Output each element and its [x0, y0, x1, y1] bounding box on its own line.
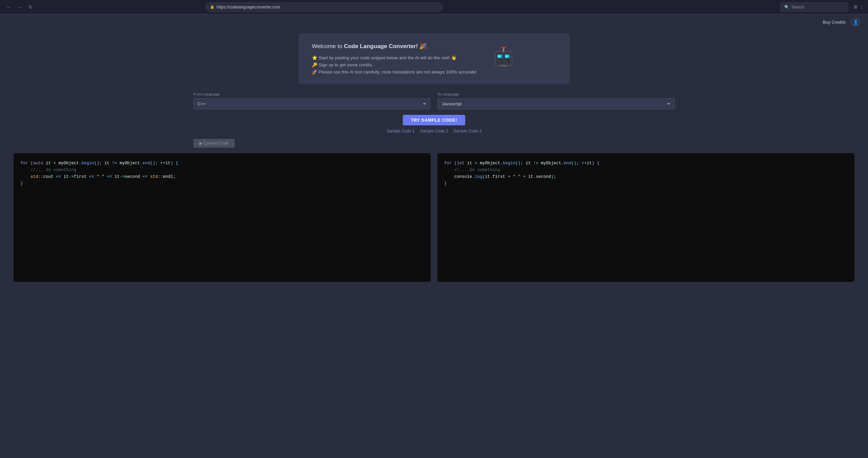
sample-code-2-link[interactable]: Sample Code 2	[420, 129, 448, 133]
svg-rect-2	[501, 47, 506, 48]
browser-icons: ⊞ ⋮	[854, 4, 864, 9]
sample-code-3-link[interactable]: Sample Code 3	[453, 129, 481, 133]
welcome-title: Welcome to Code Language Converter! 🎉	[312, 43, 476, 50]
right-line-4: }	[444, 180, 848, 187]
right-line-2: //... do something	[444, 167, 848, 173]
welcome-text: Welcome to Code Language Converter! 🎉 ⭐ …	[312, 43, 476, 75]
forward-button[interactable]: →	[15, 2, 24, 12]
from-language-group: From Language C++ Python Java JavaScript…	[193, 92, 431, 109]
try-sample-button[interactable]: TRY SAMPLE CODE!	[403, 115, 466, 125]
svg-rect-6	[506, 55, 508, 57]
menu-icon[interactable]: ⋮	[860, 4, 864, 9]
sample-code-1-link[interactable]: Sample Code 1	[387, 129, 415, 133]
bullet-1: ⭐ Start by pasting your code snippet bel…	[312, 55, 476, 60]
buy-credits-link[interactable]: Buy Credits	[823, 20, 846, 25]
language-selectors: From Language C++ Python Java JavaScript…	[193, 92, 675, 109]
svg-rect-9	[501, 61, 502, 62]
convert-btn-area: ▶ Convert Code	[193, 139, 675, 148]
address-bar[interactable]: 🔒 https://codelanguageconverter.com	[205, 2, 443, 12]
top-nav: Buy Credits 👤	[0, 14, 868, 30]
left-line-2: //... do something	[20, 167, 424, 173]
right-code-panel[interactable]: for (let it = myObject.begin(); it != my…	[437, 153, 854, 282]
search-icon: 🔍	[784, 5, 789, 9]
user-icon[interactable]: 👤	[851, 18, 860, 26]
robot-mascot	[490, 45, 517, 72]
sample-links: Sample Code 1 Sample Code 2 Sample Code …	[387, 129, 481, 133]
page-container: Buy Credits 👤 Welcome to Code Language C…	[0, 14, 868, 282]
from-language-label: From Language	[193, 92, 431, 96]
welcome-card: Welcome to Code Language Converter! 🎉 ⭐ …	[298, 33, 570, 84]
svg-rect-0	[495, 51, 512, 66]
url-text: https://codelanguageconverter.com	[217, 5, 280, 9]
svg-rect-12	[500, 65, 507, 67]
controls-area: From Language C++ Python Java JavaScript…	[180, 92, 688, 148]
svg-rect-8	[499, 61, 500, 62]
to-language-group: To Language Javascript Python Java C++ T…	[437, 92, 675, 109]
bullet-2: 🔑 Sign up to get some credits.	[312, 62, 476, 67]
svg-rect-10	[504, 61, 505, 62]
convert-button[interactable]: ▶ Convert Code	[193, 139, 235, 148]
right-line-3: console.log(it.first + " " + it.second);	[444, 173, 848, 180]
to-language-select[interactable]: Javascript Python Java C++ TypeScript C#…	[437, 98, 675, 109]
extensions-icon[interactable]: ⊞	[854, 4, 857, 9]
from-language-select[interactable]: C++ Python Java JavaScript TypeScript C#…	[193, 98, 431, 109]
right-line-1: for (let it = myObject.begin(); it != my…	[444, 160, 848, 167]
svg-rect-5	[498, 55, 500, 57]
code-editors: for (auto it = myObject.begin(); it != m…	[0, 153, 868, 282]
search-placeholder: Search	[791, 5, 804, 9]
nav-buttons: ← → ↻	[4, 2, 35, 12]
back-button[interactable]: ←	[4, 2, 14, 12]
search-bar[interactable]: 🔍 Search	[781, 2, 848, 12]
reload-button[interactable]: ↻	[26, 2, 35, 12]
left-line-1: for (auto it = myObject.begin(); it != m…	[20, 160, 424, 167]
lock-icon: 🔒	[210, 5, 215, 9]
welcome-bullets: ⭐ Start by pasting your code snippet bel…	[312, 55, 476, 75]
to-language-label: To Language	[437, 92, 675, 96]
left-line-3: std::cout << it->first << " " << it->sec…	[20, 173, 424, 180]
left-line-4: }	[20, 180, 424, 187]
browser-chrome: ← → ↻ 🔒 https://codelanguageconverter.co…	[0, 0, 868, 14]
bullet-3: 🚀 Please use this AI tool carefully, cod…	[312, 69, 476, 75]
action-row: TRY SAMPLE CODE! Sample Code 1 Sample Co…	[193, 115, 675, 133]
svg-rect-11	[506, 61, 507, 62]
left-code-panel[interactable]: for (auto it = myObject.begin(); it != m…	[14, 153, 431, 282]
